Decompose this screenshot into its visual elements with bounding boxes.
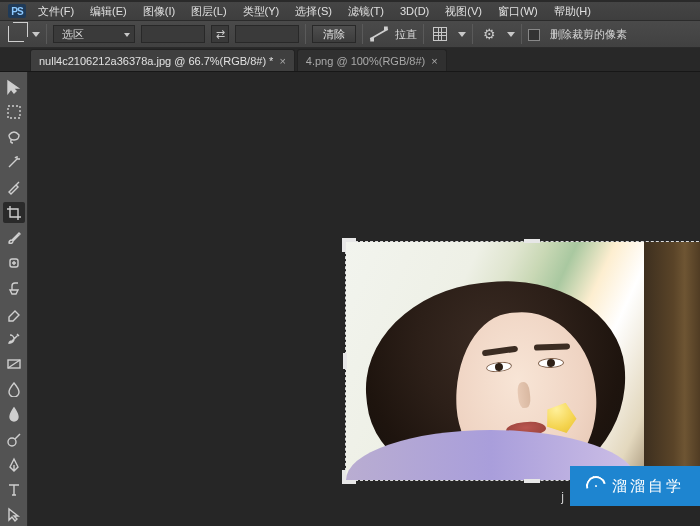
menu-type[interactable]: 类型(Y) [239, 3, 284, 20]
crop-height-input[interactable] [235, 25, 299, 43]
pen-tool-icon[interactable] [3, 454, 25, 475]
separator [305, 24, 306, 44]
type-tool-icon[interactable] [3, 480, 25, 501]
app-logo: PS [8, 4, 26, 18]
separator [472, 24, 473, 44]
document-tab-label: null4c2106212a36378a.jpg @ 66.7%(RGB/8#)… [39, 55, 273, 67]
document-tab[interactable]: 4.png @ 100%(RGB/8#) × [297, 49, 447, 71]
separator [521, 24, 522, 44]
crop-width-input[interactable] [141, 25, 205, 43]
document-tab-bar: null4c2106212a36378a.jpg @ 66.7%(RGB/8#)… [0, 48, 700, 72]
close-icon[interactable]: × [279, 55, 285, 67]
paint-bucket-tool-icon[interactable] [3, 404, 25, 425]
workspace: j 溜溜自学 [0, 72, 700, 526]
svg-rect-0 [370, 38, 374, 42]
crop-handle-top[interactable] [524, 239, 540, 243]
delete-cropped-checkbox[interactable] [528, 27, 544, 40]
menubar: PS 文件(F) 编辑(E) 图像(I) 图层(L) 类型(Y) 选择(S) 滤… [0, 2, 700, 20]
straighten-label: 拉直 [395, 27, 417, 42]
svg-rect-2 [8, 106, 20, 118]
watermark-logo-icon [582, 472, 609, 499]
crop-handle-left[interactable] [343, 353, 347, 369]
crop-selection[interactable] [346, 242, 700, 480]
canvas[interactable]: j 溜溜自学 [28, 72, 700, 526]
marquee-tool-icon[interactable] [3, 101, 25, 122]
separator [423, 24, 424, 44]
swap-dimensions-button[interactable]: ⇄ [211, 25, 229, 43]
options-bar: 选区 ⇄ 清除 拉直 ⚙ 删除裁剪的像素 [0, 20, 700, 48]
document-tab-active[interactable]: null4c2106212a36378a.jpg @ 66.7%(RGB/8#)… [30, 49, 295, 71]
overlay-grid-icon[interactable] [430, 25, 450, 43]
separator [46, 24, 47, 44]
menu-help[interactable]: 帮助(H) [550, 3, 595, 20]
brush-tool-icon[interactable] [3, 227, 25, 248]
menu-3d[interactable]: 3D(D) [396, 4, 433, 18]
menu-window[interactable]: 窗口(W) [494, 3, 542, 20]
document-image [346, 242, 700, 480]
tool-preset-chevron-icon[interactable] [32, 32, 40, 37]
crop-ratio-value: 选区 [62, 27, 84, 42]
crop-options-chevron-icon[interactable] [507, 32, 515, 37]
watermark-badge: 溜溜自学 [570, 466, 700, 506]
crop-handle-bottom-left[interactable] [342, 480, 356, 484]
healing-tool-icon[interactable] [3, 253, 25, 274]
crop-handle-bottom[interactable] [524, 479, 540, 483]
crop-tool-icon [8, 26, 24, 42]
close-icon[interactable]: × [431, 55, 437, 67]
overlay-grid-chevron-icon[interactable] [458, 32, 466, 37]
gradient-tool-icon[interactable] [3, 353, 25, 374]
menu-image[interactable]: 图像(I) [139, 3, 179, 20]
document-tab-label: 4.png @ 100%(RGB/8#) [306, 55, 425, 67]
separator [362, 24, 363, 44]
stray-text: j [561, 490, 564, 504]
path-selection-tool-icon[interactable] [3, 505, 25, 526]
eraser-tool-icon[interactable] [3, 303, 25, 324]
dodge-tool-icon[interactable] [3, 429, 25, 450]
toolbox [0, 72, 28, 526]
svg-rect-1 [384, 27, 388, 31]
crop-tool-icon[interactable] [3, 202, 25, 223]
menu-filter[interactable]: 滤镜(T) [344, 3, 388, 20]
menu-view[interactable]: 视图(V) [441, 3, 486, 20]
watermark-text: 溜溜自学 [612, 477, 684, 496]
clear-button[interactable]: 清除 [312, 25, 356, 43]
history-brush-tool-icon[interactable] [3, 328, 25, 349]
straighten-icon[interactable] [369, 25, 389, 43]
menu-file[interactable]: 文件(F) [34, 3, 78, 20]
move-tool-icon[interactable] [3, 76, 25, 97]
blur-tool-icon[interactable] [3, 379, 25, 400]
crop-options-gear-icon[interactable]: ⚙ [479, 25, 499, 43]
svg-point-5 [8, 438, 16, 446]
menu-select[interactable]: 选择(S) [291, 3, 336, 20]
clone-stamp-tool-icon[interactable] [3, 278, 25, 299]
delete-cropped-label: 删除裁剪的像素 [550, 27, 627, 42]
eyedropper-tool-icon[interactable] [3, 177, 25, 198]
menu-layer[interactable]: 图层(L) [187, 3, 230, 20]
menu-edit[interactable]: 编辑(E) [86, 3, 131, 20]
lasso-tool-icon[interactable] [3, 126, 25, 147]
magic-wand-tool-icon[interactable] [3, 152, 25, 173]
clear-button-label: 清除 [323, 27, 345, 42]
crop-handle-top-left[interactable] [342, 238, 356, 242]
crop-ratio-select[interactable]: 选区 [53, 25, 135, 43]
